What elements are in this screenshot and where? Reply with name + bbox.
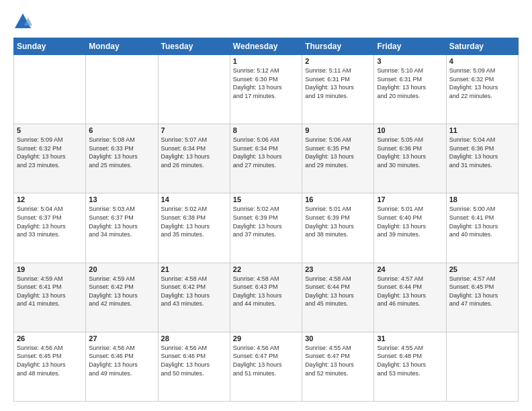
day-number: 19 [17,265,83,273]
day-number: 3 [377,57,443,65]
day-number: 22 [233,265,299,273]
calendar-day-cell: 3Sunrise: 5:10 AM Sunset: 6:31 PM Daylig… [374,55,446,124]
day-info: Sunrise: 4:59 AM Sunset: 6:42 PM Dayligh… [89,275,154,308]
calendar-day-cell: 14Sunrise: 5:02 AM Sunset: 6:38 PM Dayli… [158,193,230,263]
calendar-week-row: 19Sunrise: 4:59 AM Sunset: 6:41 PM Dayli… [14,263,519,332]
day-number: 12 [17,195,83,203]
day-info: Sunrise: 5:09 AM Sunset: 6:32 PM Dayligh… [449,66,515,100]
day-number: 26 [17,334,83,342]
day-number: 29 [233,334,299,342]
calendar-day-cell: 6Sunrise: 5:08 AM Sunset: 6:33 PM Daylig… [86,124,158,193]
calendar-day-cell [446,332,518,401]
calendar-week-row: 1Sunrise: 5:12 AM Sunset: 6:30 PM Daylig… [14,55,519,124]
calendar-day-cell: 24Sunrise: 4:57 AM Sunset: 6:44 PM Dayli… [374,263,446,332]
day-info: Sunrise: 4:56 AM Sunset: 6:46 PM Dayligh… [89,344,154,377]
weekday-header: Saturday [446,38,518,55]
calendar-day-cell: 1Sunrise: 5:12 AM Sunset: 6:30 PM Daylig… [230,55,302,124]
calendar-day-cell: 25Sunrise: 4:57 AM Sunset: 6:45 PM Dayli… [446,263,518,332]
weekday-header: Monday [86,38,158,55]
calendar-day-cell: 11Sunrise: 5:04 AM Sunset: 6:36 PM Dayli… [446,124,518,193]
day-info: Sunrise: 5:10 AM Sunset: 6:31 PM Dayligh… [377,66,443,100]
day-info: Sunrise: 4:57 AM Sunset: 6:44 PM Dayligh… [377,275,443,308]
day-number: 2 [305,57,371,65]
day-info: Sunrise: 5:02 AM Sunset: 6:39 PM Dayligh… [233,205,299,238]
day-number: 14 [161,195,227,203]
calendar-day-cell: 17Sunrise: 5:01 AM Sunset: 6:40 PM Dayli… [374,193,446,263]
calendar-day-cell: 22Sunrise: 4:58 AM Sunset: 6:43 PM Dayli… [230,263,302,332]
day-info: Sunrise: 4:56 AM Sunset: 6:46 PM Dayligh… [161,344,227,377]
day-info: Sunrise: 5:01 AM Sunset: 6:40 PM Dayligh… [377,205,443,238]
calendar-table: SundayMondayTuesdayWednesdayThursdayFrid… [13,38,519,402]
day-number: 28 [161,334,227,342]
weekday-header: Friday [374,38,446,55]
calendar-day-cell: 7Sunrise: 5:07 AM Sunset: 6:34 PM Daylig… [158,124,230,193]
calendar-week-row: 26Sunrise: 4:56 AM Sunset: 6:45 PM Dayli… [14,332,519,401]
day-info: Sunrise: 4:56 AM Sunset: 6:47 PM Dayligh… [233,344,299,377]
weekday-header: Tuesday [158,38,230,55]
day-info: Sunrise: 5:11 AM Sunset: 6:31 PM Dayligh… [305,66,371,100]
day-info: Sunrise: 5:04 AM Sunset: 6:36 PM Dayligh… [449,136,515,169]
weekday-header-row: SundayMondayTuesdayWednesdayThursdayFrid… [14,38,519,55]
day-number: 8 [233,126,299,134]
day-info: Sunrise: 4:59 AM Sunset: 6:41 PM Dayligh… [17,275,83,308]
day-info: Sunrise: 5:09 AM Sunset: 6:32 PM Dayligh… [17,136,83,169]
day-number: 16 [305,195,371,203]
calendar-day-cell: 20Sunrise: 4:59 AM Sunset: 6:42 PM Dayli… [86,263,158,332]
calendar-day-cell: 15Sunrise: 5:02 AM Sunset: 6:39 PM Dayli… [230,193,302,263]
calendar-day-cell: 9Sunrise: 5:06 AM Sunset: 6:35 PM Daylig… [302,124,374,193]
calendar-day-cell: 13Sunrise: 5:03 AM Sunset: 6:37 PM Dayli… [86,193,158,263]
day-number: 4 [449,57,515,65]
weekday-header: Sunday [14,38,86,55]
calendar-day-cell: 19Sunrise: 4:59 AM Sunset: 6:41 PM Dayli… [14,263,86,332]
day-number: 25 [449,265,515,273]
day-number: 15 [233,195,299,203]
logo [13,12,34,31]
weekday-header: Thursday [302,38,374,55]
calendar-day-cell: 23Sunrise: 4:58 AM Sunset: 6:44 PM Dayli… [302,263,374,332]
day-number: 9 [305,126,371,134]
day-number: 27 [89,334,154,342]
day-info: Sunrise: 4:57 AM Sunset: 6:45 PM Dayligh… [449,275,515,308]
day-info: Sunrise: 5:04 AM Sunset: 6:37 PM Dayligh… [17,205,83,238]
day-info: Sunrise: 4:55 AM Sunset: 6:48 PM Dayligh… [377,344,443,377]
day-number: 24 [377,265,443,273]
calendar-day-cell: 2Sunrise: 5:11 AM Sunset: 6:31 PM Daylig… [302,55,374,124]
day-info: Sunrise: 4:56 AM Sunset: 6:45 PM Dayligh… [17,344,83,377]
logo-icon [13,12,32,31]
day-number: 23 [305,265,371,273]
day-info: Sunrise: 5:01 AM Sunset: 6:39 PM Dayligh… [305,205,371,238]
day-number: 11 [449,126,515,134]
calendar-day-cell: 8Sunrise: 5:06 AM Sunset: 6:34 PM Daylig… [230,124,302,193]
calendar-day-cell: 12Sunrise: 5:04 AM Sunset: 6:37 PM Dayli… [14,193,86,263]
calendar-week-row: 12Sunrise: 5:04 AM Sunset: 6:37 PM Dayli… [14,193,519,263]
day-info: Sunrise: 5:06 AM Sunset: 6:35 PM Dayligh… [305,136,371,169]
day-number: 1 [233,57,299,65]
day-number: 10 [377,126,443,134]
calendar-day-cell: 16Sunrise: 5:01 AM Sunset: 6:39 PM Dayli… [302,193,374,263]
day-info: Sunrise: 5:05 AM Sunset: 6:36 PM Dayligh… [377,136,443,169]
day-info: Sunrise: 5:12 AM Sunset: 6:30 PM Dayligh… [233,66,299,100]
day-number: 31 [377,334,443,342]
day-number: 30 [305,334,371,342]
calendar-day-cell: 18Sunrise: 5:00 AM Sunset: 6:41 PM Dayli… [446,193,518,263]
calendar-day-cell: 5Sunrise: 5:09 AM Sunset: 6:32 PM Daylig… [14,124,86,193]
day-number: 20 [89,265,154,273]
day-info: Sunrise: 5:02 AM Sunset: 6:38 PM Dayligh… [161,205,227,238]
calendar-day-cell: 4Sunrise: 5:09 AM Sunset: 6:32 PM Daylig… [446,55,518,124]
day-number: 7 [161,126,227,134]
day-info: Sunrise: 5:07 AM Sunset: 6:34 PM Dayligh… [161,136,227,169]
day-info: Sunrise: 4:58 AM Sunset: 6:43 PM Dayligh… [233,275,299,308]
calendar-day-cell [158,55,230,124]
calendar-day-cell [86,55,158,124]
day-number: 5 [17,126,83,134]
day-number: 17 [377,195,443,203]
calendar-day-cell: 10Sunrise: 5:05 AM Sunset: 6:36 PM Dayli… [374,124,446,193]
day-number: 21 [161,265,227,273]
day-number: 13 [89,195,154,203]
day-info: Sunrise: 5:06 AM Sunset: 6:34 PM Dayligh… [233,136,299,169]
calendar-day-cell: 26Sunrise: 4:56 AM Sunset: 6:45 PM Dayli… [14,332,86,401]
day-number: 18 [449,195,515,203]
day-info: Sunrise: 4:55 AM Sunset: 6:47 PM Dayligh… [305,344,371,377]
calendar-day-cell: 31Sunrise: 4:55 AM Sunset: 6:48 PM Dayli… [374,332,446,401]
header [13,12,519,31]
